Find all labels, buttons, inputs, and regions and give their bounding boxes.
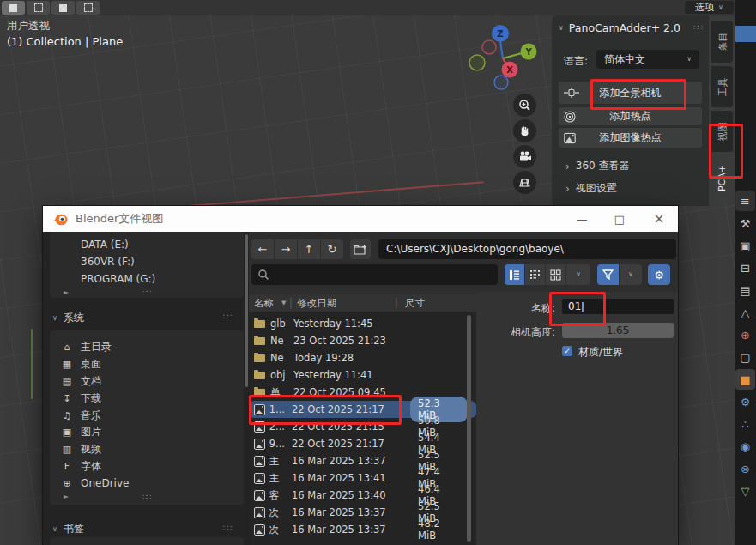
properties-tab[interactable]: ▣ [735, 235, 755, 256]
dialog-titlebar[interactable]: Blender文件视图 — □ × [43, 206, 678, 232]
onedrive-icon: ⊕ [61, 479, 73, 488]
section-360-viewer[interactable]: › 360 查看器 [565, 159, 630, 173]
system-section-header[interactable]: ∨ 系统 [52, 311, 84, 325]
sidebar-item[interactable]: ↧ 下载 [50, 390, 244, 407]
context-label: (1) Collection | Plane [7, 35, 123, 48]
properties-tab[interactable]: ≡ [735, 191, 755, 211]
folder-icon [254, 372, 265, 379]
bookmarks-section-header[interactable]: ∨ 书签 [52, 522, 84, 536]
file-row[interactable]: 次 16 Mar 2025 13:37 48.2 MiB [249, 521, 476, 538]
scene-icon: △ [741, 306, 750, 319]
image-icon [254, 490, 265, 501]
properties-tab[interactable]: ◉ [735, 436, 755, 457]
sidebar-item[interactable]: ⌂ 主目录 [50, 339, 244, 356]
properties-tab[interactable]: ⊕ [735, 324, 755, 345]
language-select[interactable]: 简体中文 ∨ [596, 50, 699, 69]
grid-ortho-icon[interactable] [513, 171, 536, 194]
select-add-icon[interactable] [51, 1, 75, 15]
properties-tab[interactable]: △ [735, 302, 755, 323]
options-button[interactable]: 选项 ∨ [685, 1, 734, 14]
filename-input[interactable]: 01 [562, 299, 674, 314]
properties-tab[interactable]: ⚒ [735, 213, 755, 233]
zoom-icon[interactable] [513, 94, 536, 117]
section-view-settings[interactable]: › 视图设置 [565, 181, 617, 196]
tab-pca[interactable]: PCA+ [711, 155, 733, 200]
material-world-checkbox[interactable]: ✓ [562, 346, 572, 356]
addon-panel-header[interactable]: ∨ PanoCamAdder+ 2.0 [559, 21, 680, 34]
sidebar-item[interactable]: ▦ 桌面 [50, 356, 244, 373]
properties-tab[interactable]: ▢ [735, 347, 755, 367]
tweak-icon[interactable] [2, 1, 25, 15]
back-icon[interactable]: ← [251, 239, 274, 259]
properties-tab[interactable]: ⊗ [735, 458, 755, 479]
select-mode-buttons [2, 1, 100, 15]
filter-options-dropdown[interactable]: ∨ [620, 264, 642, 285]
image-icon [254, 404, 265, 415]
output-icon: ⊟ [741, 262, 750, 275]
check-icon: ✓ [564, 347, 571, 355]
volume-item[interactable]: PROGRAM (G:) [50, 270, 244, 288]
new-folder-icon[interactable] [350, 239, 371, 259]
panel-grip-icon[interactable]: ∷∷ [694, 23, 702, 32]
volume-item[interactable]: 360VR (F:) [50, 253, 244, 270]
add-image-hotspot-button[interactable]: 添加图像热点 [559, 128, 702, 148]
addon-panel-title: PanoCamAdder+ 2.0 [569, 21, 680, 34]
thumbnails-icon[interactable] [546, 264, 565, 285]
camera-height-input[interactable]: 1.65 [562, 323, 674, 338]
sidebar-item[interactable]: ⊕ OneDrive [50, 475, 244, 492]
navigation-gizmo[interactable]: Z Y X [469, 22, 542, 93]
file-row[interactable]: obj Yesterday 11:41 [249, 366, 476, 384]
tab-item[interactable]: 条目 [711, 21, 733, 63]
sidebar-item[interactable]: ▣ 图片 [50, 424, 244, 441]
maximize-icon[interactable]: □ [601, 206, 638, 232]
camera-view-icon[interactable] [513, 145, 536, 168]
properties-tab[interactable]: ■ [735, 369, 755, 390]
sidebar-scrollbar[interactable] [245, 234, 248, 387]
file-row[interactable]: Ne 23 Oct 2025 21:23 [249, 332, 476, 349]
sidebar-item[interactable]: ♫ 音乐 [50, 407, 244, 424]
up-icon[interactable]: ↑ [298, 239, 320, 259]
grip-icon[interactable]: ∷∷ [223, 312, 231, 321]
forward-icon[interactable]: → [275, 239, 297, 259]
sort-desc-icon: ▼ [281, 300, 286, 306]
path-field[interactable]: C:\Users\CXJ\Desktop\gong\baoye\ [378, 239, 676, 259]
sidebar-item[interactable]: F 字体 [50, 458, 244, 475]
tab-view[interactable]: 视图 [711, 111, 733, 152]
properties-tab[interactable]: ⊟ [735, 257, 755, 278]
select-box-icon[interactable] [27, 1, 50, 15]
gear-icon[interactable]: ⚙ [648, 264, 670, 285]
properties-tab[interactable]: ▤ [735, 280, 755, 300]
properties-tab[interactable]: ⚙ [735, 391, 755, 412]
filter-icon[interactable] [597, 264, 619, 285]
display-options-dropdown[interactable]: ∨ [566, 264, 590, 285]
volume-item[interactable]: DATA (E:) [50, 236, 244, 253]
system-expand[interactable]: ► ∷∷ [50, 492, 244, 503]
column-name[interactable]: 名称 [254, 297, 274, 310]
file-row[interactable]: glb Yesterday 11:45 [249, 315, 476, 332]
column-date[interactable]: 修改日期 [297, 297, 336, 310]
add-pano-camera-button[interactable]: 添加全景相机 [559, 82, 702, 104]
tab-tool[interactable]: 工具 [711, 66, 733, 107]
file-row[interactable]: Ne Today 19:28 [249, 349, 476, 366]
properties-tab[interactable]: ∴ [735, 414, 755, 434]
sidebar-item[interactable]: ▥ 视频 [50, 441, 244, 458]
grip-icon[interactable]: ∷∷ [223, 524, 231, 532]
home-icon: ⌂ [61, 342, 73, 352]
refresh-icon[interactable]: ↻ [321, 239, 343, 259]
properties-tab[interactable]: ▽ [735, 481, 755, 501]
add-hotspot-button[interactable]: 添加热点 [559, 107, 702, 125]
video-icon: ▥ [61, 445, 73, 454]
properties-editor-icon: ≡ [741, 195, 750, 208]
minimize-icon[interactable]: — [563, 206, 601, 232]
file-list-scrollbar[interactable] [467, 315, 471, 542]
column-size[interactable]: 尺寸 [405, 297, 425, 310]
pan-hand-icon[interactable] [513, 119, 536, 142]
sidebar-item[interactable]: ▤ 文档 [50, 373, 244, 391]
search-input[interactable] [251, 264, 498, 285]
dialog-title: Blender文件视图 [76, 211, 163, 227]
horizontal-list-icon[interactable] [525, 264, 545, 285]
vertical-list-icon[interactable] [505, 264, 524, 285]
close-icon[interactable]: × [640, 206, 678, 232]
select-subtract-icon[interactable] [76, 1, 100, 15]
volumes-expand[interactable]: ► ∷∷ [50, 288, 244, 299]
